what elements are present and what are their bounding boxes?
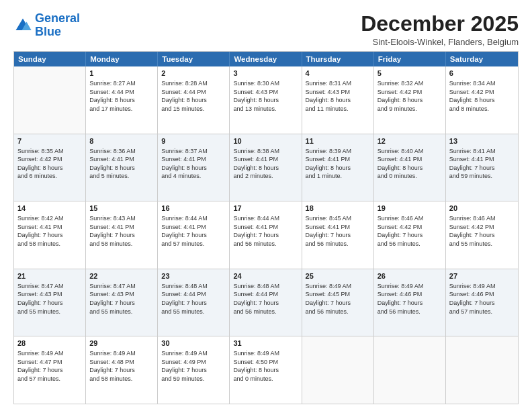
day-number: 5 xyxy=(378,68,442,79)
cell-info: Sunrise: 8:32 AM Sunset: 4:42 PM Dayligh… xyxy=(378,79,442,113)
calendar-header: SundayMondayTuesdayWednesdayThursdayFrid… xyxy=(14,52,518,66)
logo-icon xyxy=(13,16,32,35)
cell-info: Sunrise: 8:28 AM Sunset: 4:44 PM Dayligh… xyxy=(161,79,226,113)
day-number: 2 xyxy=(161,68,226,79)
day-number: 28 xyxy=(17,338,82,349)
calendar: SundayMondayTuesdayWednesdayThursdayFrid… xyxy=(13,51,519,404)
calendar-row-5: 28Sunrise: 8:49 AM Sunset: 4:47 PM Dayli… xyxy=(14,336,518,404)
day-number: 18 xyxy=(306,203,370,214)
calendar-cell: 5Sunrise: 8:32 AM Sunset: 4:42 PM Daylig… xyxy=(374,66,446,134)
calendar-cell: 23Sunrise: 8:48 AM Sunset: 4:44 PM Dayli… xyxy=(158,269,230,336)
day-number: 8 xyxy=(89,136,154,146)
day-number: 13 xyxy=(449,136,515,146)
cell-info: Sunrise: 8:49 AM Sunset: 4:47 PM Dayligh… xyxy=(17,349,82,383)
header-day-thursday: Thursday xyxy=(302,52,374,66)
calendar-cell: 7Sunrise: 8:35 AM Sunset: 4:42 PM Daylig… xyxy=(14,134,86,201)
header-day-wednesday: Wednesday xyxy=(230,52,302,66)
header: General Blue December 2025 Sint-Eloois-W… xyxy=(13,12,519,47)
day-number: 22 xyxy=(89,271,154,281)
day-number: 15 xyxy=(89,203,154,214)
header-day-tuesday: Tuesday xyxy=(158,52,230,66)
cell-info: Sunrise: 8:41 AM Sunset: 4:41 PM Dayligh… xyxy=(449,147,515,181)
calendar-cell: 16Sunrise: 8:44 AM Sunset: 4:41 PM Dayli… xyxy=(158,201,230,269)
cell-info: Sunrise: 8:49 AM Sunset: 4:46 PM Dayligh… xyxy=(378,282,442,316)
calendar-cell xyxy=(302,336,374,404)
cell-info: Sunrise: 8:48 AM Sunset: 4:44 PM Dayligh… xyxy=(233,282,298,316)
calendar-row-2: 7Sunrise: 8:35 AM Sunset: 4:42 PM Daylig… xyxy=(14,134,518,202)
day-number: 26 xyxy=(378,271,442,281)
calendar-cell: 27Sunrise: 8:49 AM Sunset: 4:46 PM Dayli… xyxy=(446,269,518,336)
calendar-cell: 15Sunrise: 8:43 AM Sunset: 4:41 PM Dayli… xyxy=(86,201,158,269)
calendar-row-3: 14Sunrise: 8:42 AM Sunset: 4:41 PM Dayli… xyxy=(14,201,518,269)
cell-info: Sunrise: 8:46 AM Sunset: 4:42 PM Dayligh… xyxy=(449,214,515,248)
calendar-cell: 9Sunrise: 8:37 AM Sunset: 4:41 PM Daylig… xyxy=(158,134,230,201)
logo-blue: Blue xyxy=(35,26,80,39)
calendar-cell: 10Sunrise: 8:38 AM Sunset: 4:41 PM Dayli… xyxy=(230,134,302,201)
cell-info: Sunrise: 8:45 AM Sunset: 4:41 PM Dayligh… xyxy=(306,214,370,248)
calendar-cell: 3Sunrise: 8:30 AM Sunset: 4:43 PM Daylig… xyxy=(230,66,302,134)
logo-general: General xyxy=(35,11,80,25)
cell-info: Sunrise: 8:44 AM Sunset: 4:41 PM Dayligh… xyxy=(233,214,298,248)
cell-info: Sunrise: 8:49 AM Sunset: 4:46 PM Dayligh… xyxy=(449,282,515,316)
header-day-sunday: Sunday xyxy=(14,52,86,66)
calendar-row-4: 21Sunrise: 8:47 AM Sunset: 4:43 PM Dayli… xyxy=(14,269,518,337)
day-number: 27 xyxy=(449,271,515,281)
header-day-friday: Friday xyxy=(374,52,446,66)
cell-info: Sunrise: 8:42 AM Sunset: 4:41 PM Dayligh… xyxy=(17,214,82,248)
calendar-cell: 17Sunrise: 8:44 AM Sunset: 4:41 PM Dayli… xyxy=(230,201,302,269)
calendar-cell: 21Sunrise: 8:47 AM Sunset: 4:43 PM Dayli… xyxy=(14,269,86,336)
cell-info: Sunrise: 8:47 AM Sunset: 4:43 PM Dayligh… xyxy=(89,282,154,316)
day-number: 21 xyxy=(17,271,82,281)
day-number: 3 xyxy=(233,68,298,79)
calendar-cell: 28Sunrise: 8:49 AM Sunset: 4:47 PM Dayli… xyxy=(14,336,86,404)
day-number: 6 xyxy=(449,68,515,79)
calendar-cell: 8Sunrise: 8:36 AM Sunset: 4:41 PM Daylig… xyxy=(86,134,158,201)
day-number: 23 xyxy=(161,271,226,281)
cell-info: Sunrise: 8:39 AM Sunset: 4:41 PM Dayligh… xyxy=(306,147,370,181)
day-number: 7 xyxy=(17,136,82,146)
day-number: 10 xyxy=(233,136,298,146)
logo: General Blue xyxy=(13,12,80,39)
calendar-cell: 18Sunrise: 8:45 AM Sunset: 4:41 PM Dayli… xyxy=(302,201,374,269)
calendar-cell: 19Sunrise: 8:46 AM Sunset: 4:42 PM Dayli… xyxy=(374,201,446,269)
day-number: 14 xyxy=(17,203,82,214)
day-number: 19 xyxy=(378,203,442,214)
cell-info: Sunrise: 8:34 AM Sunset: 4:42 PM Dayligh… xyxy=(449,79,515,113)
cell-info: Sunrise: 8:48 AM Sunset: 4:44 PM Dayligh… xyxy=(161,282,226,316)
calendar-cell xyxy=(374,336,446,404)
cell-info: Sunrise: 8:27 AM Sunset: 4:44 PM Dayligh… xyxy=(89,79,154,113)
cell-info: Sunrise: 8:44 AM Sunset: 4:41 PM Dayligh… xyxy=(161,214,226,248)
calendar-cell: 20Sunrise: 8:46 AM Sunset: 4:42 PM Dayli… xyxy=(446,201,518,269)
cell-info: Sunrise: 8:31 AM Sunset: 4:43 PM Dayligh… xyxy=(306,79,370,113)
logo-text: General Blue xyxy=(35,12,80,39)
header-day-saturday: Saturday xyxy=(446,52,518,66)
page: General Blue December 2025 Sint-Eloois-W… xyxy=(0,0,532,411)
calendar-cell: 26Sunrise: 8:49 AM Sunset: 4:46 PM Dayli… xyxy=(374,269,446,336)
cell-info: Sunrise: 8:47 AM Sunset: 4:43 PM Dayligh… xyxy=(17,282,82,316)
cell-info: Sunrise: 8:46 AM Sunset: 4:42 PM Dayligh… xyxy=(378,214,442,248)
calendar-cell: 1Sunrise: 8:27 AM Sunset: 4:44 PM Daylig… xyxy=(86,66,158,134)
day-number: 29 xyxy=(89,338,154,349)
calendar-cell: 12Sunrise: 8:40 AM Sunset: 4:41 PM Dayli… xyxy=(374,134,446,201)
calendar-body: 1Sunrise: 8:27 AM Sunset: 4:44 PM Daylig… xyxy=(14,66,518,404)
cell-info: Sunrise: 8:37 AM Sunset: 4:41 PM Dayligh… xyxy=(161,147,226,181)
cell-info: Sunrise: 8:38 AM Sunset: 4:41 PM Dayligh… xyxy=(233,147,298,181)
calendar-cell: 30Sunrise: 8:49 AM Sunset: 4:49 PM Dayli… xyxy=(158,336,230,404)
calendar-cell xyxy=(14,66,86,134)
day-number: 1 xyxy=(89,68,154,79)
header-day-monday: Monday xyxy=(86,52,158,66)
calendar-cell: 29Sunrise: 8:49 AM Sunset: 4:48 PM Dayli… xyxy=(86,336,158,404)
cell-info: Sunrise: 8:49 AM Sunset: 4:48 PM Dayligh… xyxy=(89,349,154,383)
cell-info: Sunrise: 8:30 AM Sunset: 4:43 PM Dayligh… xyxy=(233,79,298,113)
day-number: 17 xyxy=(233,203,298,214)
cell-info: Sunrise: 8:36 AM Sunset: 4:41 PM Dayligh… xyxy=(89,147,154,181)
cell-info: Sunrise: 8:49 AM Sunset: 4:50 PM Dayligh… xyxy=(233,349,298,383)
month-title: December 2025 xyxy=(361,12,519,36)
cell-info: Sunrise: 8:43 AM Sunset: 4:41 PM Dayligh… xyxy=(89,214,154,248)
day-number: 25 xyxy=(306,271,370,281)
calendar-cell: 25Sunrise: 8:49 AM Sunset: 4:45 PM Dayli… xyxy=(302,269,374,336)
day-number: 24 xyxy=(233,271,298,281)
day-number: 31 xyxy=(233,338,298,349)
cell-info: Sunrise: 8:49 AM Sunset: 4:49 PM Dayligh… xyxy=(161,349,226,383)
day-number: 12 xyxy=(378,136,442,146)
